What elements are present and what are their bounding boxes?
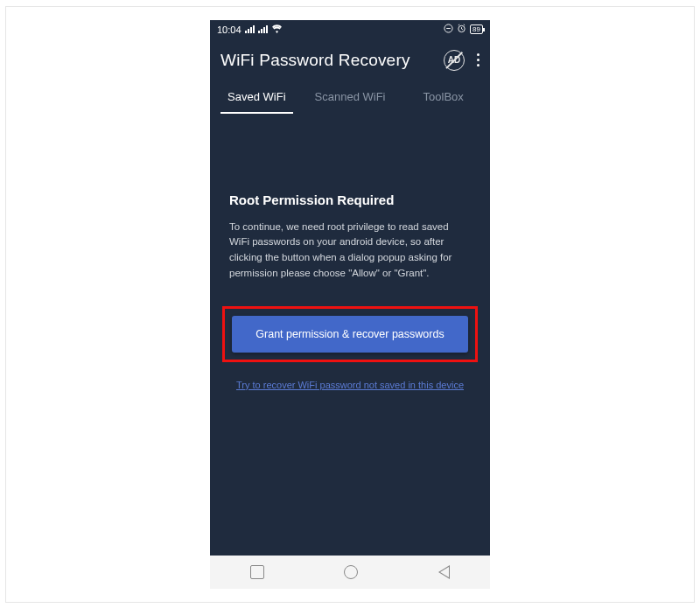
tab-saved-wifi[interactable]: Saved WiFi <box>210 81 304 114</box>
status-time: 10:04 <box>217 24 242 35</box>
nav-home-button[interactable] <box>344 565 358 579</box>
main-content: Root Permission Required To continue, we… <box>210 114 490 556</box>
permission-heading: Root Permission Required <box>229 192 471 207</box>
app-title: WiFi Password Recovery <box>220 51 410 70</box>
phone-screen: 10:04 89 WiFi Password Recovery AD <box>210 20 490 589</box>
tab-scanned-wifi[interactable]: Scanned WiFi <box>304 81 397 114</box>
alarm-icon <box>457 24 466 35</box>
wifi-icon <box>271 24 283 36</box>
tab-toolbox[interactable]: ToolBox <box>396 81 490 114</box>
battery-icon: 89 <box>470 24 483 34</box>
signal-icon-2 <box>258 25 268 33</box>
nav-recents-button[interactable] <box>250 565 264 579</box>
android-nav-bar <box>210 556 490 589</box>
signal-icon <box>245 25 255 33</box>
grant-permission-button[interactable]: Grant permission & recover passwords <box>232 316 468 353</box>
highlight-annotation: Grant permission & recover passwords <box>222 306 478 362</box>
status-bar: 10:04 89 <box>210 20 490 39</box>
dnd-icon <box>444 24 453 35</box>
nav-back-button[interactable] <box>438 565 450 579</box>
app-bar-actions: AD <box>444 50 480 71</box>
recover-not-saved-link[interactable]: Try to recover WiFi password not saved i… <box>229 380 471 390</box>
overflow-menu-icon[interactable] <box>477 53 480 66</box>
status-left: 10:04 <box>217 24 283 36</box>
status-right: 89 <box>444 24 483 35</box>
permission-body: To continue, we need root privilege to r… <box>229 220 471 282</box>
app-bar: WiFi Password Recovery AD <box>210 39 490 81</box>
outer-frame: 10:04 89 WiFi Password Recovery AD <box>5 6 695 603</box>
no-ads-icon[interactable]: AD <box>444 50 465 71</box>
tab-bar: Saved WiFi Scanned WiFi ToolBox <box>210 81 490 114</box>
